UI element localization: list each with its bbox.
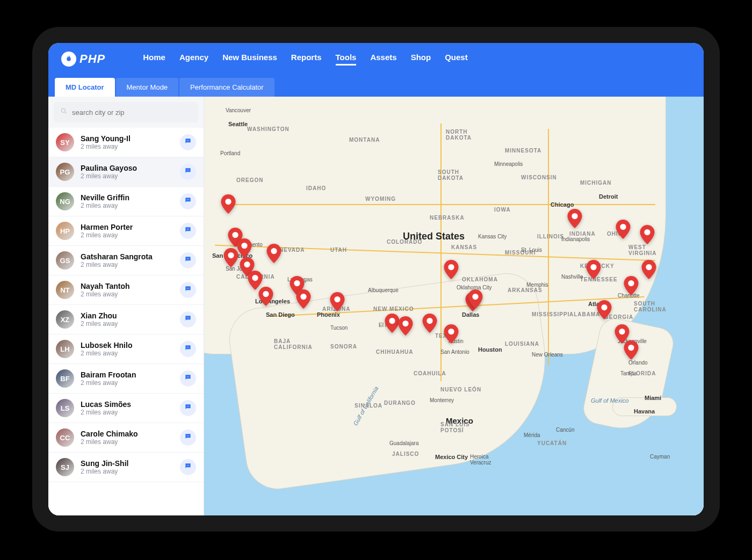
subtab-md-locator[interactable]: MD Locator (55, 78, 115, 97)
list-item[interactable]: GSGatsharan Sangrota2 miles away (48, 246, 204, 275)
svg-point-9 (187, 199, 188, 200)
map-pin[interactable] (641, 260, 656, 279)
nav-item-quest[interactable]: Quest (445, 53, 468, 66)
svg-point-6 (187, 170, 188, 170)
chat-button[interactable] (180, 282, 196, 298)
svg-point-22 (189, 317, 189, 318)
map-pin[interactable] (468, 289, 483, 309)
nav-item-shop[interactable]: Shop (411, 53, 431, 66)
chat-button[interactable] (180, 311, 196, 328)
person-name: Gatsharan Sangrota (81, 252, 173, 261)
svg-point-64 (628, 345, 634, 351)
list-item[interactable]: PGPaulina Gayoso2 miles away (48, 157, 204, 187)
map-pin[interactable] (330, 292, 345, 311)
chat-button[interactable] (180, 459, 196, 475)
list-item[interactable]: NGNeville Griffin2 miles away (48, 187, 204, 216)
avatar: LS (56, 399, 74, 417)
list-item[interactable]: HPHarmen Porter2 miles away (48, 216, 204, 246)
map-pin[interactable] (296, 289, 311, 309)
map-pin[interactable] (640, 225, 655, 244)
map-city-label: Cayman (650, 454, 670, 460)
list-item[interactable]: NTNayah Tantoh2 miles away (48, 275, 204, 305)
svg-point-26 (187, 376, 187, 377)
chat-button[interactable] (180, 341, 196, 357)
screen: PHP HomeAgencyNew BusinessReportsToolsAs… (48, 43, 704, 515)
avatar: NT (56, 281, 74, 299)
list-item[interactable]: BFBairam Frootan2 miles away (48, 364, 204, 394)
list-item[interactable]: CCCarole Chimako2 miles away (48, 423, 204, 453)
subtab-mentor-mode[interactable]: Mentor Mode (116, 78, 179, 97)
map-pin[interactable] (597, 300, 612, 319)
map-pin[interactable] (624, 340, 639, 360)
svg-point-15 (187, 258, 188, 259)
map-pin[interactable] (586, 260, 601, 279)
chat-icon (184, 226, 192, 236)
pin-icon (567, 221, 582, 230)
pin-icon (597, 312, 612, 321)
map-pin[interactable] (385, 314, 400, 333)
subtab-performance-calculator[interactable]: Performance Calculator (179, 78, 274, 97)
nav-item-new-business[interactable]: New Business (222, 53, 277, 66)
map-pin[interactable] (221, 194, 236, 214)
people-list: SYSang Young-Il2 miles awayPGPaulina Gay… (48, 128, 204, 515)
map-pin[interactable] (444, 324, 459, 344)
avatar: HP (56, 222, 74, 240)
chat-button[interactable] (180, 370, 196, 387)
svg-point-45 (263, 291, 269, 297)
list-item[interactable]: LHLubosek Hnilo2 miles away (48, 334, 204, 364)
search-input[interactable] (72, 108, 192, 117)
pin-icon (616, 231, 631, 241)
nav-item-agency[interactable]: Agency (179, 53, 208, 66)
svg-point-35 (187, 465, 187, 466)
svg-point-18 (187, 288, 188, 288)
pin-icon (586, 272, 601, 281)
search-box[interactable] (54, 102, 198, 122)
chat-button[interactable] (180, 134, 196, 150)
map-area[interactable]: United States Mexico Gulf of CaliforniaG… (204, 97, 704, 515)
chat-button[interactable] (180, 164, 196, 180)
list-item[interactable]: SJSung Jin-Shil2 miles away (48, 453, 204, 482)
chat-button[interactable] (180, 223, 196, 239)
main-area: SYSang Young-Il2 miles awayPGPaulina Gay… (48, 97, 704, 515)
svg-point-4 (189, 140, 189, 141)
list-item[interactable]: XZXian Zhou2 miles away (48, 305, 204, 334)
nav-item-tools[interactable]: Tools (336, 53, 357, 66)
pin-icon (624, 288, 639, 297)
svg-point-21 (187, 317, 188, 318)
svg-point-20 (187, 317, 187, 318)
svg-point-14 (187, 258, 187, 259)
map-pin[interactable] (422, 314, 437, 333)
map-pin[interactable] (398, 316, 413, 336)
chat-button[interactable] (180, 193, 196, 209)
chat-button[interactable] (180, 400, 196, 416)
svg-point-3 (187, 140, 188, 141)
svg-point-46 (294, 280, 300, 286)
chat-icon (184, 197, 192, 206)
map-pin[interactable] (624, 276, 639, 295)
map-pin[interactable] (266, 244, 281, 263)
avatar: PG (56, 163, 74, 181)
map-pin[interactable] (237, 238, 252, 258)
chat-button[interactable] (180, 430, 196, 446)
list-item[interactable]: SYSang Young-Il2 miles away (48, 128, 204, 157)
nav-item-home[interactable]: Home (143, 53, 165, 66)
nav-item-reports[interactable]: Reports (291, 53, 322, 66)
chat-button[interactable] (180, 252, 196, 268)
person-name: Sung Jin-Shil (81, 459, 173, 468)
nav-item-assets[interactable]: Assets (370, 53, 396, 66)
pin-icon (398, 328, 413, 337)
road (440, 123, 442, 381)
svg-point-60 (646, 264, 652, 270)
map-pin[interactable] (223, 248, 238, 267)
svg-point-32 (187, 435, 187, 436)
svg-point-8 (187, 199, 187, 200)
flame-icon (61, 52, 76, 67)
map-pin[interactable] (258, 287, 273, 306)
map-pin[interactable] (567, 209, 582, 228)
pin-icon (624, 352, 639, 361)
person-name: Paulina Gayoso (81, 164, 173, 172)
brand-logo[interactable]: PHP (61, 52, 105, 67)
map-pin[interactable] (444, 260, 459, 279)
map-pin[interactable] (616, 220, 631, 239)
list-item[interactable]: LSLucas Simões2 miles away (48, 394, 204, 423)
